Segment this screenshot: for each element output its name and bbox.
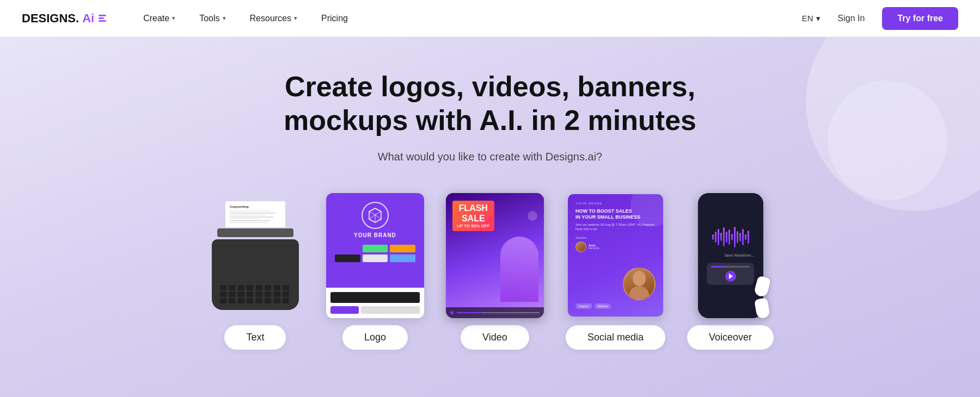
card-video[interactable]: FLASH SALE UP TO 50% OFF (446, 196, 544, 350)
card-social-label: Social media (566, 325, 665, 350)
svg-line-2 (375, 208, 381, 212)
brand-logo[interactable]: DESIGNS. Ai (22, 11, 106, 26)
try-free-button[interactable]: Try for free (882, 7, 958, 30)
svg-line-1 (369, 208, 375, 212)
card-text[interactable]: Copywriting (206, 196, 304, 350)
card-logo-label: Logo (342, 325, 408, 350)
brand-name: DESIGNS. (22, 11, 79, 26)
phone-mockup-icon: Save Waveform... (698, 193, 763, 318)
card-voiceover-label: Voiceover (687, 325, 774, 350)
hero-subtitle: What would you like to create with Desig… (378, 151, 602, 163)
nav-pricing-label: Pricing (321, 14, 348, 23)
nav-item-pricing[interactable]: Pricing (311, 9, 358, 28)
svg-point-9 (629, 286, 649, 300)
logo-bars-icon (99, 15, 106, 22)
brand-suffix: Ai (82, 11, 94, 26)
svg-point-8 (633, 271, 646, 286)
card-social-visual: YOUR BRAND HOW TO BOOST SALES IN YOUR SM… (568, 196, 663, 315)
chevron-down-icon: ▾ (223, 15, 226, 22)
phone-with-airpods: Save Waveform... (698, 193, 763, 318)
hero-title: Create logos, videos, banners, mockups w… (245, 70, 735, 138)
product-cards-row: Copywriting (22, 196, 958, 350)
typewriter-icon: Copywriting (206, 201, 304, 310)
navbar: DESIGNS. Ai Create ▾ Tools ▾ Resources ▾… (0, 0, 980, 37)
language-selector[interactable]: EN ▾ (802, 14, 820, 23)
nav-items: Create ▾ Tools ▾ Resources ▾ Pricing (133, 9, 802, 28)
nav-create-label: Create (143, 14, 169, 23)
card-social[interactable]: YOUR BRAND HOW TO BOOST SALES IN YOUR SM… (566, 196, 665, 350)
chevron-down-icon: ▾ (294, 15, 297, 22)
card-video-visual: FLASH SALE UP TO 50% OFF (446, 196, 544, 315)
social-card-icon: YOUR BRAND HOW TO BOOST SALES IN YOUR SM… (568, 194, 663, 317)
svg-line-6 (369, 215, 375, 219)
svg-line-3 (369, 212, 375, 215)
nav-item-create[interactable]: Create ▾ (133, 9, 185, 28)
nav-resources-label: Resources (250, 14, 291, 23)
card-text-label: Text (224, 325, 286, 350)
nav-tools-label: Tools (199, 14, 219, 23)
lang-label: EN (802, 14, 813, 23)
nav-item-resources[interactable]: Resources ▾ (240, 9, 307, 28)
card-voiceover-visual: Save Waveform... (698, 196, 763, 315)
card-logo[interactable]: YOUR BRAND (326, 196, 424, 350)
svg-line-7 (375, 215, 381, 219)
card-text-visual: Copywriting (206, 196, 304, 315)
chevron-down-icon: ▾ (172, 15, 175, 22)
nav-item-tools[interactable]: Tools ▾ (189, 9, 235, 28)
signin-button[interactable]: Sign In (829, 9, 874, 28)
nav-right: EN ▾ Sign In Try for free (802, 7, 958, 30)
svg-line-4 (375, 212, 381, 215)
card-voiceover[interactable]: Save Waveform... (687, 196, 774, 350)
waveform-icon (712, 226, 749, 248)
card-video-label: Video (461, 325, 529, 350)
chevron-down-icon: ▾ (816, 14, 820, 23)
logo-mockup-icon: YOUR BRAND (326, 193, 424, 318)
video-tablet-icon: FLASH SALE UP TO 50% OFF (446, 193, 544, 318)
card-logo-visual: YOUR BRAND (326, 196, 424, 315)
hero-section: Create logos, videos, banners, mockups w… (0, 37, 980, 397)
